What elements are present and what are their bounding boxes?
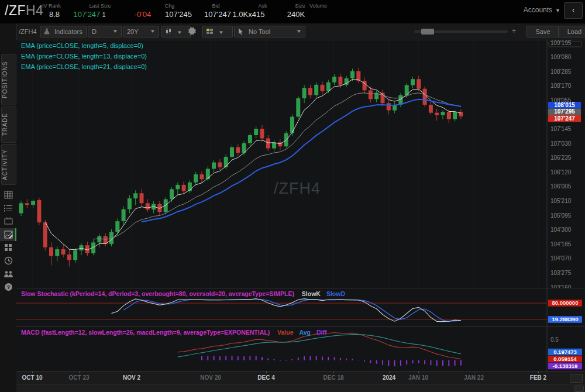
chart-symbol-label: /ZFH4 [19,28,37,35]
time-tick [211,372,211,373]
timeframe-value: D [92,28,97,35]
time-label: 2024 [383,374,395,381]
watchlist-icon[interactable] [0,202,16,215]
svg-text:109'080: 109'080 [550,54,572,60]
symbol-month: H4 [26,3,43,18]
symbol-watermark: /ZFH4 [274,180,321,198]
svg-text:104'300: 104'300 [550,226,572,233]
quote-field-value: -0'04 [135,10,152,19]
layout-grid-icon [207,28,215,35]
history-clock-icon[interactable] [0,255,16,267]
time-label: OCT 10 [22,374,42,381]
svg-text:105'210: 105'210 [550,198,572,204]
time-tick [389,372,390,373]
quote-field-value: 107'247 1 [73,10,105,19]
quote-header: /ZFH4 IV RankLast SizeChgBidAskSizeVolum… [0,0,585,23]
quote-field-value: 107'245 [165,10,192,19]
chart-icon[interactable] [0,228,16,241]
chart-toolbar: /ZFH4 Indicators D▼ 20Y▼ ▼ ▼ [16,23,585,40]
ema13-label: EMA (price=CLOSE, length=13, displace=0) [21,53,147,60]
save-button[interactable]: Save [526,26,559,37]
chart-settings-gear-icon[interactable] [187,26,196,37]
stochastic-panel[interactable]: Slow Stochastic (kPeriod=14, dPeriod=3, … [16,288,585,327]
monitor-icon[interactable] [0,215,16,228]
svg-text:107'247: 107'247 [554,115,575,122]
dashboard-icon[interactable] [0,241,16,254]
time-tick [333,372,334,373]
indicators-button[interactable]: Indicators [40,26,87,37]
quote-field-value: 107'247 [204,10,231,19]
chevron-down-icon: ▼ [177,27,183,38]
price-chart-panel[interactable]: EMA (price=CLOSE, length=5, displace=0) … [16,40,585,288]
sidebar-tab-activity[interactable]: ACTIVITY [1,144,16,185]
legend-avg: Avg [300,329,311,336]
timeframe-dropdown[interactable]: D▼ [88,26,122,37]
slider-handle[interactable] [421,29,434,35]
quote-field-value: 1.0Kx415 [233,10,265,19]
candlestick-chart[interactable]: 109'195109'080108'285108'170108'055107'1… [16,40,585,288]
chevron-down-icon: ▼ [112,26,118,37]
time-label: NOV 2 [123,374,140,381]
community-icon[interactable] [0,267,16,280]
svg-text:19.288390: 19.288390 [552,316,579,322]
svg-text:0.5: 0.5 [550,336,559,343]
time-tick [32,372,33,373]
time-tick [266,372,267,373]
symbol-root: /ZF [5,3,26,18]
svg-text:104'070: 104'070 [550,255,572,262]
quote-field-label: Ask [258,3,267,9]
range-dropdown[interactable]: 20Y▼ [123,26,159,37]
left-sidebar: POSITIONSTRADEACTIVITY ? [0,23,17,392]
time-zoom-slider[interactable]: + [414,30,508,33]
time-label: DEC 4 [257,374,274,381]
quote-field-value: 240K [287,10,305,19]
time-tick [132,372,132,373]
accounts-menu[interactable]: Accounts▼ [524,6,560,14]
load-label: Load [567,28,581,35]
svg-text:108'285: 108'285 [550,68,572,75]
macd-panel[interactable]: MACD (fastLength=12, slowLength=26, macd… [16,326,585,372]
save-label: Save [535,28,550,35]
svg-text:106'005: 106'005 [550,183,572,190]
svg-text:0.059154: 0.059154 [553,356,577,362]
quote-field-label: IV Rank [42,3,61,9]
sidebar-tab-trade[interactable]: TRADE [1,106,16,143]
time-tick [474,372,474,373]
spreadsheet-icon[interactable] [0,188,16,201]
drawing-tool-dropdown[interactable]: No Tool▼ [234,26,305,37]
quote-field-label: Size [295,3,305,9]
collapse-sidebar-button[interactable]: ‹ [564,2,583,19]
last-size-count: 1 [100,11,105,18]
svg-text:108'015: 108'015 [554,102,575,108]
svg-text:105'095: 105'095 [550,212,572,219]
svg-text:104'185: 104'185 [550,241,572,247]
layout-grid-dropdown[interactable]: ▼ [202,26,233,37]
help-icon[interactable]: ? [0,281,16,294]
time-tick [79,372,80,373]
time-axis[interactable]: OCT 10OCT 23NOV 2NOV 20DEC 4DEC 182024JA… [16,371,585,384]
time-label: JAN 10 [408,374,428,381]
quote-field-value: 8.8 [49,10,60,19]
panel-resize-grip[interactable] [574,386,584,392]
svg-text:107'145: 107'145 [550,126,572,132]
svg-text:106'120: 106'120 [550,169,572,176]
quote-field-label: Volume [309,3,327,9]
svg-text:106'235: 106'235 [550,154,572,161]
cursor-icon [238,28,245,35]
zoom-in-label[interactable]: + [512,27,516,35]
time-tick [418,372,419,373]
time-label: NOV 20 [200,374,221,381]
accounts-label: Accounts [524,6,552,14]
load-button[interactable]: Load [558,26,585,37]
tool-value: No Tool [249,28,270,35]
axis-corner-button[interactable] [570,374,583,383]
svg-text:103'275: 103'275 [550,270,572,276]
chart-style-dropdown[interactable]: ▼ [161,26,191,37]
chevron-down-icon: ▼ [150,26,156,37]
legend-diff: Diff [316,329,327,336]
sidebar-tab-positions[interactable]: POSITIONS [1,54,16,105]
quote-field-label: Chg [165,3,175,9]
indicators-label: Indicators [54,28,82,35]
ema5-label: EMA (price=CLOSE, length=5, displace=0) [21,42,143,49]
chevron-down-icon: ▼ [555,8,560,13]
